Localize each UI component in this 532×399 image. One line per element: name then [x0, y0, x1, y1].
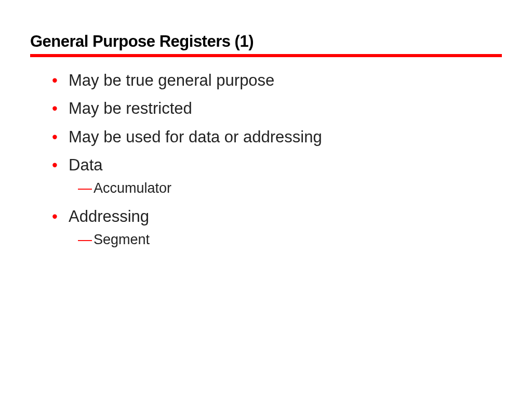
bullet-item: Data Accumulator [52, 151, 502, 200]
bullet-text: Data [69, 156, 102, 174]
sub-bullet-list: Segment [69, 229, 502, 251]
bullet-item: May be used for data or addressing [52, 123, 502, 151]
bullet-text: Addressing [69, 207, 149, 225]
bullet-text: May be restricted [69, 99, 192, 117]
sub-bullet-list: Accumulator [69, 177, 502, 200]
slide: General Purpose Registers (1) May be tru… [0, 0, 532, 275]
bullet-list: May be true general purpose May be restr… [52, 66, 502, 251]
bullet-item: Addressing Segment [52, 203, 502, 251]
sub-bullet-text: Segment [94, 232, 150, 247]
bullet-text: May be true general purpose [69, 71, 274, 89]
slide-title: General Purpose Registers (1) [30, 32, 502, 54]
title-rule [30, 54, 502, 57]
sub-bullet-text: Accumulator [94, 180, 171, 196]
bullet-text: May be used for data or addressing [69, 128, 322, 146]
sub-bullet-item: Accumulator [78, 177, 502, 200]
bullet-item: May be true general purpose [52, 66, 502, 95]
slide-content: May be true general purpose May be restr… [30, 66, 502, 251]
sub-bullet-item: Segment [78, 229, 502, 251]
bullet-item: May be restricted [52, 95, 502, 123]
